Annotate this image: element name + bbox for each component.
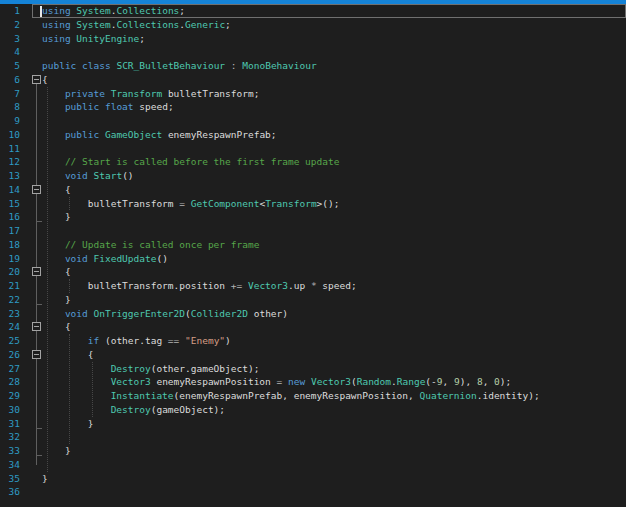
code-line[interactable]: 15 bulletTransform = GetComponent<Transf…: [0, 197, 626, 211]
line-number: 36: [0, 485, 28, 499]
code-token: Destroy: [111, 363, 151, 374]
code-line[interactable]: 2using System.Collections.Generic;: [0, 18, 626, 32]
code-token: (gameObject);: [151, 404, 225, 415]
code-line[interactable]: 12 // Start is called before the first f…: [0, 155, 626, 169]
code-token: bulletTransform: [42, 198, 179, 209]
code-line[interactable]: 32: [0, 430, 626, 444]
code-line[interactable]: 8 public float speed;: [0, 100, 626, 114]
code-token: GameObject: [105, 129, 162, 140]
code-token: Vector3: [248, 280, 288, 291]
code-line[interactable]: 25 if (other.tag == "Enemy"): [0, 334, 626, 348]
code-token: Collections: [116, 19, 179, 30]
code-line-text: using System.Collections.Generic;: [42, 18, 626, 32]
line-number: 30: [0, 403, 28, 417]
code-line[interactable]: 20 {: [0, 265, 626, 279]
code-line[interactable]: 6{: [0, 73, 626, 87]
code-line[interactable]: 10 public GameObject enemyRespawnPrefab;: [0, 128, 626, 142]
fold-collapse-button[interactable]: [32, 350, 41, 359]
fold-collapse-button[interactable]: [32, 267, 41, 276]
code-line[interactable]: 11: [0, 142, 626, 156]
code-token: +=: [231, 280, 242, 291]
code-lines-container: 1using System.Collections;2using System.…: [0, 4, 626, 499]
line-number: 21: [0, 279, 28, 293]
code-line[interactable]: 21 bulletTransform.position += Vector3.u…: [0, 279, 626, 293]
code-token: [42, 170, 65, 181]
code-token: MonoBehaviour: [242, 60, 316, 71]
code-token: (other.gameObject);: [151, 363, 260, 374]
code-line[interactable]: 35}: [0, 472, 626, 486]
fold-margin: [28, 279, 42, 293]
code-line[interactable]: 13 void Start(): [0, 169, 626, 183]
code-token: void: [65, 253, 88, 264]
code-token: ,: [443, 376, 454, 387]
fold-margin: [28, 114, 42, 128]
line-number: 15: [0, 197, 28, 211]
code-line[interactable]: 26 {: [0, 348, 626, 362]
outline-scope-end-tick: [37, 455, 42, 456]
code-token: (-: [425, 376, 436, 387]
code-line[interactable]: 16 }: [0, 210, 626, 224]
code-line[interactable]: 34: [0, 458, 626, 472]
code-line[interactable]: 3using UnityEngine;: [0, 32, 626, 46]
code-token: ),: [460, 376, 477, 387]
code-token: {: [42, 184, 71, 195]
code-line[interactable]: 30 Destroy(gameObject);: [0, 403, 626, 417]
fold-margin: [28, 472, 42, 486]
fold-collapse-button[interactable]: [32, 185, 41, 194]
code-line[interactable]: 24 {: [0, 320, 626, 334]
code-line[interactable]: 33 }: [0, 444, 626, 458]
line-number: 3: [0, 32, 28, 46]
code-line[interactable]: 36: [0, 485, 626, 499]
code-line-text: {: [42, 183, 626, 197]
code-token: "Enemy": [185, 335, 225, 346]
code-line[interactable]: 7 private Transform bulletTransform;: [0, 87, 626, 101]
code-line[interactable]: 14 {: [0, 183, 626, 197]
code-line[interactable]: 18 // Update is called once per frame: [0, 238, 626, 252]
code-token: Collider2D: [191, 308, 248, 319]
code-line-text: {: [42, 73, 626, 87]
code-line[interactable]: 31 }: [0, 417, 626, 431]
fold-margin: [28, 87, 42, 101]
code-line-text: bulletTransform = GetComponent<Transform…: [42, 197, 626, 211]
code-line-text: if (other.tag == "Enemy"): [42, 334, 626, 348]
code-token: bulletTransform;: [162, 88, 259, 99]
code-line[interactable]: 4: [0, 45, 626, 59]
code-token: [42, 156, 65, 167]
code-line[interactable]: 5public class SCR_BulletBehaviour : Mono…: [0, 59, 626, 73]
code-token: UnityEngine: [76, 33, 139, 44]
code-editor[interactable]: 1using System.Collections;2using System.…: [0, 0, 626, 507]
code-line-text: [42, 114, 626, 128]
line-number: 35: [0, 472, 28, 486]
code-line[interactable]: 9: [0, 114, 626, 128]
line-number: 16: [0, 210, 28, 224]
code-token: Transform: [265, 198, 316, 209]
code-line-text: public GameObject enemyRespawnPrefab;: [42, 128, 626, 142]
code-line-text: }: [42, 293, 626, 307]
fold-collapse-button[interactable]: [32, 322, 41, 331]
code-line[interactable]: 28 Vector3 enemyRespawnPosition = new Ve…: [0, 375, 626, 389]
code-line[interactable]: 17: [0, 224, 626, 238]
fold-margin: [28, 128, 42, 142]
code-token: OnTriggerEnter2D: [94, 308, 186, 319]
code-token: Destroy: [111, 404, 151, 415]
code-token: ==: [168, 335, 179, 346]
code-line[interactable]: 29 Instantiate(enemyRespawnPrefab, enemy…: [0, 389, 626, 403]
line-number: 22: [0, 293, 28, 307]
fold-margin: [28, 100, 42, 114]
code-line-text: // Update is called once per frame: [42, 238, 626, 252]
code-line[interactable]: 27 Destroy(other.gameObject);: [0, 362, 626, 376]
code-line-text: public class SCR_BulletBehaviour : MonoB…: [42, 59, 626, 73]
code-line[interactable]: 23 void OnTriggerEnter2D(Collider2D othe…: [0, 307, 626, 321]
fold-collapse-button[interactable]: [32, 75, 41, 84]
code-token: enemyRespawnPosition: [151, 376, 277, 387]
code-token: {: [42, 349, 93, 360]
fold-margin: [28, 45, 42, 59]
line-number: 8: [0, 100, 28, 114]
code-line[interactable]: 22 }: [0, 293, 626, 307]
code-line-text: }: [42, 444, 626, 458]
code-line[interactable]: 19 void FixedUpdate(): [0, 252, 626, 266]
line-number: 18: [0, 238, 28, 252]
code-token: }: [42, 294, 71, 305]
code-line[interactable]: 1using System.Collections;: [0, 4, 626, 18]
code-line-text: {: [42, 265, 626, 279]
